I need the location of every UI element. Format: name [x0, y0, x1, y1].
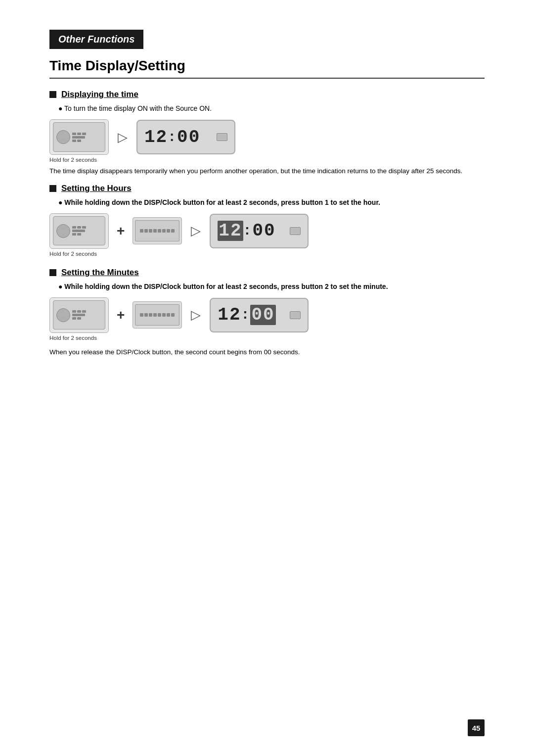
device-buttons-3	[72, 310, 86, 320]
display-digits-3: 12:00	[218, 305, 275, 325]
caption-area-1: Hold for 2 seconds	[49, 157, 485, 163]
subsection-setting-minutes: Setting the Minutes	[49, 268, 485, 278]
display-icon-3	[290, 311, 301, 319]
section-header-text: Other Functions	[58, 34, 134, 45]
hold-label-2: Hold for 2 seconds	[49, 251, 485, 257]
bullet-setting-minutes: While holding down the DISP/Clock button…	[58, 283, 485, 290]
remote-inner-1	[135, 220, 179, 241]
display-screen-2: 12:00	[210, 214, 309, 248]
display-time-3: 12:00	[218, 305, 275, 325]
subsection-title-displaying: Displaying the time	[61, 90, 138, 99]
bullet-setting-hours: While holding down the DISP/Clock button…	[58, 198, 485, 206]
page-content: Other Functions Time Display/Setting Dis…	[0, 0, 534, 403]
body-text-displaying: The time display disappears temporarily …	[49, 166, 485, 177]
caption-area-3: Hold for 2 seconds	[49, 335, 485, 341]
display-screen-3: 12:00	[210, 298, 309, 332]
remote-image-2	[133, 301, 182, 329]
arrow-icon-1: ▷	[118, 130, 128, 145]
device-knob	[56, 130, 70, 144]
diagram-row-hours: + ▷ 12:00	[49, 213, 485, 249]
arrow-icon-2: ▷	[191, 223, 201, 238]
subsection-title-hours: Setting the Hours	[61, 184, 132, 193]
body-text-minutes: When you release the DISP/Clock button, …	[49, 347, 485, 358]
section-header-banner: Other Functions	[49, 30, 143, 49]
caption-area-2: Hold for 2 seconds	[49, 251, 485, 257]
subsection-displaying-time: Displaying the time	[49, 90, 485, 99]
device-knob-3	[56, 308, 70, 322]
hold-label-3: Hold for 2 seconds	[49, 335, 485, 341]
bullet-displaying-time: To turn the time display ON with the Sou…	[58, 104, 485, 112]
section-square-icon-3	[49, 269, 56, 276]
device-buttons	[72, 133, 86, 142]
device-buttons-2	[72, 226, 86, 236]
device-knob-2	[56, 224, 70, 238]
plus-sign-1: +	[117, 223, 125, 239]
plus-sign-2: +	[117, 307, 125, 323]
display-icon-1	[217, 133, 227, 141]
hold-label-1: Hold for 2 seconds	[49, 157, 485, 163]
arrow-icon-3: ▷	[191, 307, 201, 323]
device-image-2	[49, 213, 109, 249]
display-digits-1: 12:00	[144, 127, 200, 147]
display-icon-2	[290, 227, 301, 235]
diagram-row-displaying: ▷ 12:00	[49, 119, 485, 155]
display-time-2: 12:00	[218, 221, 275, 241]
page-title: Time Display/Setting	[49, 58, 485, 79]
remote-inner-2	[135, 304, 179, 326]
display-screen-1: 12:00	[136, 120, 235, 154]
display-digits-2: 12:00	[218, 221, 275, 241]
page-number: 45	[468, 719, 485, 736]
section-square-icon-2	[49, 185, 56, 192]
section-square-icon	[49, 91, 56, 98]
subsection-title-minutes: Setting the Minutes	[61, 268, 139, 278]
display-time-1: 12:00	[144, 127, 200, 147]
diagram-row-minutes: + ▷ 12:00	[49, 297, 485, 333]
remote-image-1	[133, 217, 182, 244]
subsection-setting-hours: Setting the Hours	[49, 184, 485, 193]
device-image-3	[49, 297, 109, 333]
device-image-1	[49, 119, 109, 155]
